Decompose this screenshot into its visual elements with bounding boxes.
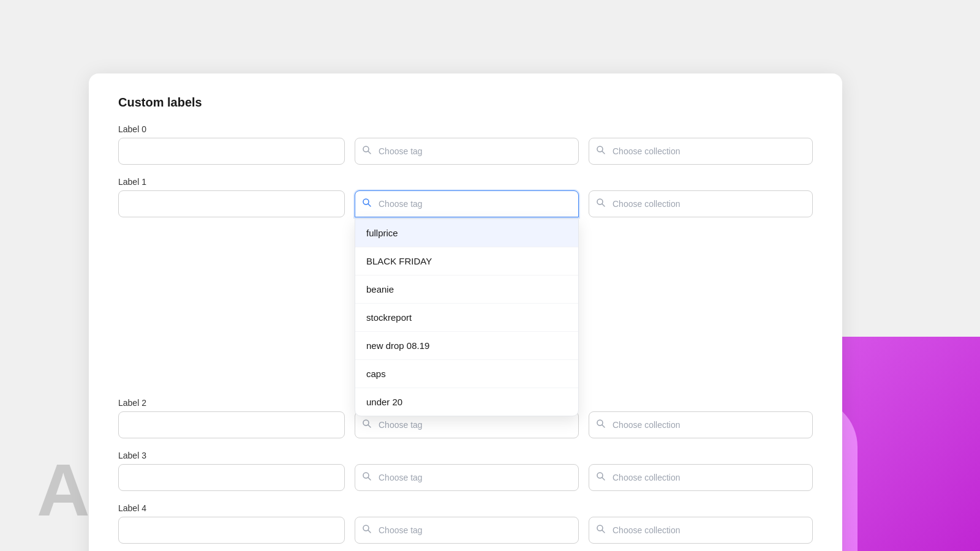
collection-3-wrapper: [589, 464, 813, 491]
dropdown-item-caps[interactable]: caps: [355, 360, 578, 388]
tag-3-wrapper: [355, 464, 579, 491]
tag-4-col: [355, 517, 579, 544]
dropdown-item-black-friday[interactable]: BLACK FRIDAY: [355, 247, 578, 276]
dropdown-item-stockreport[interactable]: stockreport: [355, 304, 578, 332]
collection-4-input[interactable]: [589, 517, 813, 544]
dropdown-item-fullprice[interactable]: fullprice: [355, 219, 578, 247]
label-1-col: Label 1: [118, 177, 345, 217]
collection-1-input[interactable]: [589, 190, 813, 217]
tag-0-col: [355, 138, 579, 165]
tag-3-input[interactable]: [355, 464, 579, 491]
collection-3-input[interactable]: [589, 464, 813, 491]
label-2-col: Label 2: [118, 398, 345, 438]
label-4-input[interactable]: [118, 517, 345, 544]
dropdown-item-under-20[interactable]: under 20: [355, 388, 578, 416]
label-2-title: Label 2: [118, 398, 345, 408]
dropdown-item-beanie[interactable]: beanie: [355, 276, 578, 304]
tag-4-input[interactable]: [355, 517, 579, 544]
collection-0-wrapper: [589, 138, 813, 165]
dropdown-item-new-drop[interactable]: new drop 08.19: [355, 332, 578, 360]
collection-2-col: [589, 411, 813, 438]
label-0-row: Label 0: [118, 124, 813, 165]
collection-2-input[interactable]: [589, 411, 813, 438]
collection-4-col: [589, 517, 813, 544]
label-4-title: Label 4: [118, 503, 345, 513]
label-0-col: Label 0: [118, 124, 345, 165]
collection-2-wrapper: [589, 411, 813, 438]
label-1-row: Label 1 fullprice BLACK FRIDAY beanie st…: [118, 177, 813, 217]
tag-0-wrapper: [355, 138, 579, 165]
tag-1-wrapper: [355, 190, 579, 217]
main-card: Custom labels Label 0: [89, 73, 842, 551]
collection-1-col: [589, 190, 813, 217]
label-1-input[interactable]: [118, 190, 345, 217]
collection-1-wrapper: [589, 190, 813, 217]
label-3-row: Label 3: [118, 451, 813, 491]
label-3-input[interactable]: [118, 464, 345, 491]
collection-3-col: [589, 464, 813, 491]
label-3-title: Label 3: [118, 451, 345, 460]
tag-3-col: [355, 464, 579, 491]
tag-1-col: fullprice BLACK FRIDAY beanie stockrepor…: [355, 190, 579, 217]
tag-0-input[interactable]: [355, 138, 579, 165]
tag-4-wrapper: [355, 517, 579, 544]
label-1-title: Label 1: [118, 177, 345, 187]
collection-0-input[interactable]: [589, 138, 813, 165]
label-2-input[interactable]: [118, 411, 345, 438]
collection-0-col: [589, 138, 813, 165]
tag-dropdown: fullprice BLACK FRIDAY beanie stockrepor…: [355, 219, 579, 416]
label-4-row: Label 4: [118, 503, 813, 544]
label-3-col: Label 3: [118, 451, 345, 491]
collection-4-wrapper: [589, 517, 813, 544]
label-0-input[interactable]: [118, 138, 345, 165]
label-0-title: Label 0: [118, 124, 345, 134]
section-title: Custom labels: [118, 96, 813, 110]
tag-1-input[interactable]: [355, 190, 579, 217]
label-4-col: Label 4: [118, 503, 345, 544]
